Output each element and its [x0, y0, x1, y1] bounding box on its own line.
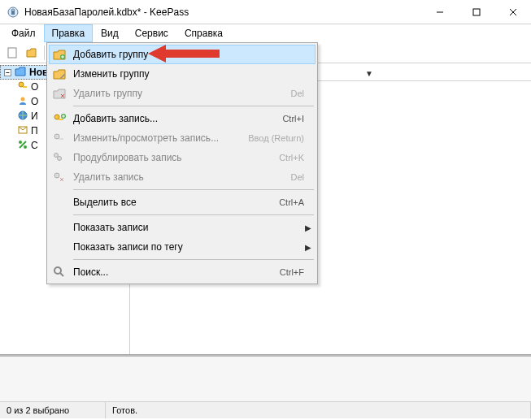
menu-item[interactable]: Добавить группу [49, 45, 316, 64]
menu-item-label: Добавить запись... [73, 113, 276, 124]
menu-item: Удалить записьDel [49, 167, 316, 187]
details-pane [0, 355, 531, 402]
app-icon [7, 6, 20, 19]
status-selection: 0 из 2 выбрано [0, 402, 106, 418]
menu-item: Удалить группуDel [49, 84, 316, 103]
menu-item-shortcut: Ввод (Return) [248, 133, 312, 143]
edit-menu-dropdown: Добавить группуИзменить группуУдалить гр… [46, 42, 318, 284]
folder-add-icon [52, 47, 67, 62]
svg-rect-3 [473, 9, 480, 15]
key-edit-icon [52, 131, 67, 145]
percent-icon [18, 140, 28, 152]
menu-item[interactable]: Показать записи по тегу▶ [49, 237, 316, 257]
menu-item-shortcut: Ctrl+I [282, 114, 312, 123]
menu-item[interactable]: Добавить запись...Ctrl+I [49, 109, 316, 128]
tree-item-label: О [31, 81, 38, 93]
folder-del-icon [52, 86, 67, 101]
menu-item-label: Продублировать запись [73, 152, 272, 163]
folder-open-icon [15, 67, 26, 79]
user-icon [18, 96, 28, 108]
blank-icon [52, 240, 67, 254]
tree-item-label: П [31, 125, 38, 136]
menu-item-shortcut: Ctrl+F [280, 267, 312, 277]
svg-rect-6 [8, 48, 16, 58]
toolbar-new-icon[interactable] [3, 44, 21, 62]
dropdown-indicator-icon[interactable]: ▼ [365, 69, 373, 78]
toolbar-open-icon[interactable] [23, 44, 41, 62]
folder-edit-icon [52, 67, 67, 81]
svg-rect-1 [11, 11, 15, 15]
menu-item-label: Удалить запись [73, 171, 284, 183]
menu-item-shortcut: Ctrl+A [279, 197, 312, 207]
menu-item-shortcut: Del [290, 89, 312, 98]
maximize-button[interactable] [458, 0, 494, 24]
svg-line-29 [60, 273, 63, 276]
menu-tools[interactable]: Сервис [127, 24, 176, 42]
menu-item-label: Показать записи [73, 222, 298, 233]
menu-separator [73, 189, 314, 190]
menu-item-shortcut: Del [290, 172, 312, 182]
svg-rect-22 [59, 138, 63, 140]
svg-point-24 [58, 157, 62, 161]
menu-help[interactable]: Справка [176, 24, 231, 42]
toolbar-separator [44, 45, 45, 60]
svg-point-12 [19, 141, 22, 144]
key-icon [18, 81, 28, 93]
menu-item: Продублировать записьCtrl+K [49, 148, 316, 167]
menu-separator [73, 259, 314, 260]
menu-separator [73, 106, 314, 106]
menu-item-label: Показать записи по тегу [73, 241, 298, 253]
tree-item-label: С [31, 140, 38, 151]
menubar: Файл Правка Вид Сервис Справка [0, 24, 531, 42]
close-button[interactable] [494, 0, 531, 24]
search-icon [52, 265, 67, 279]
svg-point-23 [54, 154, 59, 158]
svg-point-9 [21, 97, 25, 101]
blank-icon [52, 195, 67, 210]
menu-file[interactable]: Файл [3, 24, 44, 42]
menu-edit[interactable]: Правка [44, 24, 94, 42]
globe-icon [18, 110, 28, 123]
key-dup-icon [52, 150, 67, 165]
menu-item-label: Поиск... [73, 266, 273, 278]
submenu-arrow-icon: ▶ [304, 243, 312, 252]
tree-item-label: О [31, 96, 38, 107]
menu-item-label: Удалить группу [73, 88, 284, 99]
menu-separator [73, 214, 314, 215]
menu-view[interactable]: Вид [93, 24, 127, 42]
key-add-icon [52, 111, 67, 126]
window-title: НоваяБазаПаролей.kdbx* - KeePass [24, 6, 421, 18]
minimize-button[interactable] [421, 0, 458, 24]
menu-item[interactable]: Показать записи▶ [49, 218, 316, 237]
menu-item-label: Изменить группу [73, 68, 312, 80]
tree-item-label: И [31, 110, 38, 122]
menu-item[interactable]: Поиск...Ctrl+F [49, 262, 316, 282]
menu-item[interactable]: Выделить всеCtrl+A [49, 193, 316, 212]
menu-item-label: Изменить/просмотреть запись... [73, 132, 242, 144]
mail-icon [18, 125, 28, 136]
menu-item-shortcut: Ctrl+K [279, 153, 312, 162]
status-bar: 0 из 2 выбрано Готов. [0, 402, 531, 418]
svg-rect-19 [59, 119, 63, 120]
menu-item-label: Добавить группу [73, 49, 312, 60]
svg-point-28 [54, 267, 61, 274]
menu-item[interactable]: Изменить группу [49, 64, 316, 84]
svg-point-25 [54, 173, 59, 178]
svg-rect-8 [23, 86, 27, 88]
menu-item: Изменить/просмотреть запись...Ввод (Retu… [49, 128, 316, 148]
svg-point-13 [24, 145, 27, 149]
submenu-arrow-icon: ▶ [304, 223, 312, 232]
status-ready: Готов. [106, 402, 531, 418]
blank-icon [52, 220, 67, 235]
expand-icon[interactable]: − [4, 69, 11, 76]
key-del-icon [52, 170, 67, 184]
menu-item-label: Выделить все [73, 197, 272, 208]
